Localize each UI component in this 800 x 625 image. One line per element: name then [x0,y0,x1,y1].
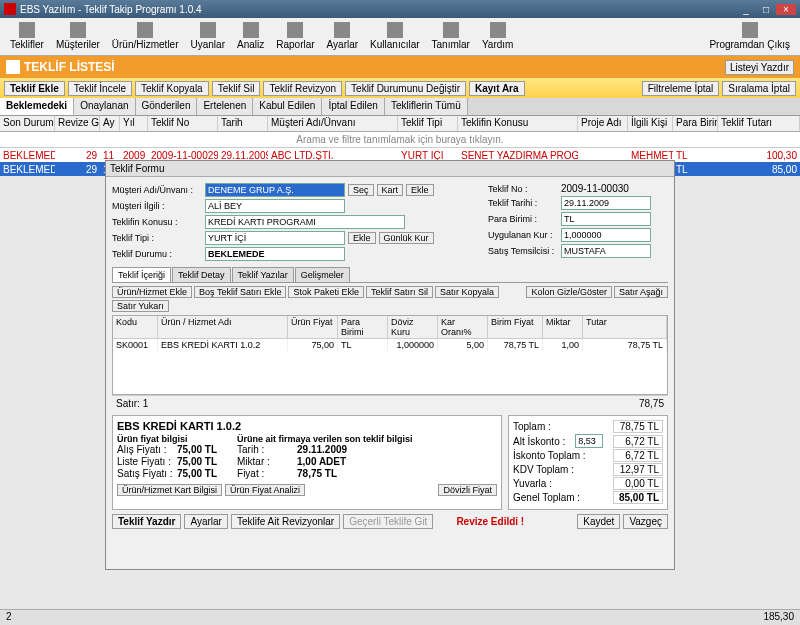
col-tarih[interactable]: Tarih [218,116,268,131]
bell-icon [200,22,216,38]
window-titlebar: EBS Yazılım - Teklif Takip Programı 1.0.… [0,0,800,18]
pencil-icon [6,60,20,74]
toolbar-yardim[interactable]: Yardım [476,20,520,53]
window-controls: _ □ × [736,4,796,15]
col-ay[interactable]: Ay [100,116,120,131]
toolbar-urunler[interactable]: Ürün/Hizmetler [106,20,185,53]
item-status: Satır: 1 78,75 [112,395,668,411]
stok-paket-button[interactable]: Stok Paketi Ekle [288,286,364,298]
kaydet-button[interactable]: Kaydet [577,514,620,529]
form-buttons: Teklif Yazdır Ayarlar Teklife Ait Revizy… [112,510,668,533]
sec-button[interactable]: Seç [348,184,374,196]
kart-button[interactable]: Kart [377,184,404,196]
tab-ertelenen[interactable]: Ertelenen [197,98,253,115]
item-row[interactable]: SK0001 EBS KREDİ KARTI 1.0.2 75,00 TL 1,… [113,339,667,351]
close-button[interactable]: × [776,4,796,15]
col-tip[interactable]: Teklif Tipi [398,116,458,131]
ayarlar-button[interactable]: Ayarlar [184,514,228,529]
dovizli-fiyat-button[interactable]: Dövizli Fiyat [438,484,497,496]
satir-yukari-button[interactable]: Satır Yukarı [112,300,169,312]
satir-asagi-button[interactable]: Satır Aşağı [614,286,668,298]
form-title: Teklif Formu [106,161,674,177]
satir-sil-button[interactable]: Teklif Satırı Sil [366,286,433,298]
revizyonlar-button[interactable]: Teklife Ait Revizyonlar [231,514,340,529]
tip-select[interactable] [205,231,345,245]
para-select[interactable] [561,212,651,226]
exit-icon [742,22,758,38]
col-musteri[interactable]: Müşteri Adı/Ünvanı [268,116,398,131]
temsilci-select[interactable] [561,244,651,258]
summary-area: EBS KREDİ KARTI 1.0.2 Ürün fiyat bilgisi… [112,415,668,510]
gecerli-git-button[interactable]: Geçerli Teklife Git [343,514,433,529]
teklif-yazdir-button[interactable]: Teklif Yazdır [112,514,181,529]
ekle-button[interactable]: Ekle [406,184,434,196]
toolbar-musteriler[interactable]: Müşteriler [50,20,106,53]
app-icon [4,3,16,15]
item-toolbar: Ürün/Hizmet Ekle Boş Teklif Satırı Ekle … [112,283,668,315]
filter-hint[interactable]: Arama ve filtre tanımlamak için buraya t… [0,132,800,148]
gunluk-kur-button[interactable]: Günlük Kur [379,232,434,244]
toolbar-teklifler[interactable]: Teklifler [4,20,50,53]
tab-icerik[interactable]: Teklif İçeriği [112,267,171,282]
print-list-button[interactable]: Listeyi Yazdır [725,60,794,75]
teklif-incele-button[interactable]: Teklif İncele [68,81,132,96]
toolbar-tanimlar[interactable]: Tanımlar [426,20,476,53]
toolbar-cikis[interactable]: Programdan Çıkış [703,20,796,53]
tab-gelismeler[interactable]: Gelişmeler [295,267,350,282]
toolbar-ayarlar[interactable]: Ayarlar [321,20,365,53]
teklif-kopyala-button[interactable]: Teklif Kopyala [135,81,209,96]
toolbar-kullanicilar[interactable]: Kullanıcılar [364,20,425,53]
durum-select[interactable] [205,247,345,261]
musteri-input[interactable] [205,183,345,197]
tab-iptal[interactable]: İptal Edilen [322,98,384,115]
tab-detay[interactable]: Teklif Detay [172,267,231,282]
kayit-ara-button[interactable]: Kayıt Ara [469,81,525,96]
urun-kart-button[interactable]: Ürün/Hizmet Kart Bilgisi [117,484,222,496]
bos-satir-button[interactable]: Boş Teklif Satırı Ekle [194,286,286,298]
teklif-form-dialog: Teklif Formu Müşteri Adı/Ünvanı :SeçKart… [105,160,675,570]
teklif-revizyon-button[interactable]: Teklif Revizyon [263,81,342,96]
col-yil[interactable]: Yıl [120,116,148,131]
col-para[interactable]: Para Birimi [673,116,718,131]
ekle2-button[interactable]: Ekle [348,232,376,244]
toolbar-uyarilar[interactable]: Uyanlar [185,20,231,53]
fiyat-analiz-button[interactable]: Ürün Fiyat Analizi [225,484,305,496]
col-gun[interactable]: Revize Gün [55,116,100,131]
toolbar-analiz[interactable]: Analiz [231,20,270,53]
teklif-ekle-button[interactable]: Teklif Ekle [4,81,65,96]
tab-beklemedeki[interactable]: Beklemedeki [0,98,74,115]
siralama-iptal-button[interactable]: Sıralama İptal [722,81,796,96]
ilgili-input[interactable] [205,199,345,213]
tab-onaylanan[interactable]: Onaylanan [74,98,135,115]
gear-icon [334,22,350,38]
toolbar-raporlar[interactable]: Raporlar [270,20,320,53]
col-no[interactable]: Teklif No [148,116,218,131]
kur-input[interactable] [561,228,651,242]
window-title: EBS Yazılım - Teklif Takip Programı 1.0.… [20,4,202,15]
col-tutar[interactable]: Teklif Tutarı [718,116,800,131]
kolon-gizle-button[interactable]: Kolon Gizle/Göster [526,286,612,298]
col-konu[interactable]: Teklifin Konusu [458,116,578,131]
teklif-durum-button[interactable]: Teklif Durumunu Değiştir [345,81,466,96]
col-proje[interactable]: Proje Adı [578,116,628,131]
section-title: TEKLİF LİSTESİ [24,60,115,74]
maximize-button[interactable]: □ [756,4,776,15]
grid-header: Son Durum Revize Gün Ay Yıl Teklif No Ta… [0,116,800,132]
tab-tumu[interactable]: Tekliflerin Tümü [385,98,468,115]
vazgec-button[interactable]: Vazgeç [623,514,668,529]
box-icon [137,22,153,38]
filtre-iptal-button[interactable]: Filtreleme İptal [642,81,720,96]
satir-kopyala-button[interactable]: Satır Kopyala [435,286,499,298]
iskonto-input[interactable] [575,434,603,448]
urun-ekle-button[interactable]: Ürün/Hizmet Ekle [112,286,192,298]
col-durum[interactable]: Son Durum [0,116,55,131]
teklif-sil-button[interactable]: Teklif Sil [212,81,261,96]
tab-kabul[interactable]: Kabul Edilen [253,98,322,115]
minimize-button[interactable]: _ [736,4,756,15]
col-kisi[interactable]: İlgili Kişi [628,116,673,131]
konu-input[interactable] [205,215,405,229]
tarih-input[interactable] [561,196,651,210]
tab-yazilar[interactable]: Teklif Yazılar [232,267,294,282]
tab-gonderilen[interactable]: Gönderilen [136,98,198,115]
user-icon [387,22,403,38]
